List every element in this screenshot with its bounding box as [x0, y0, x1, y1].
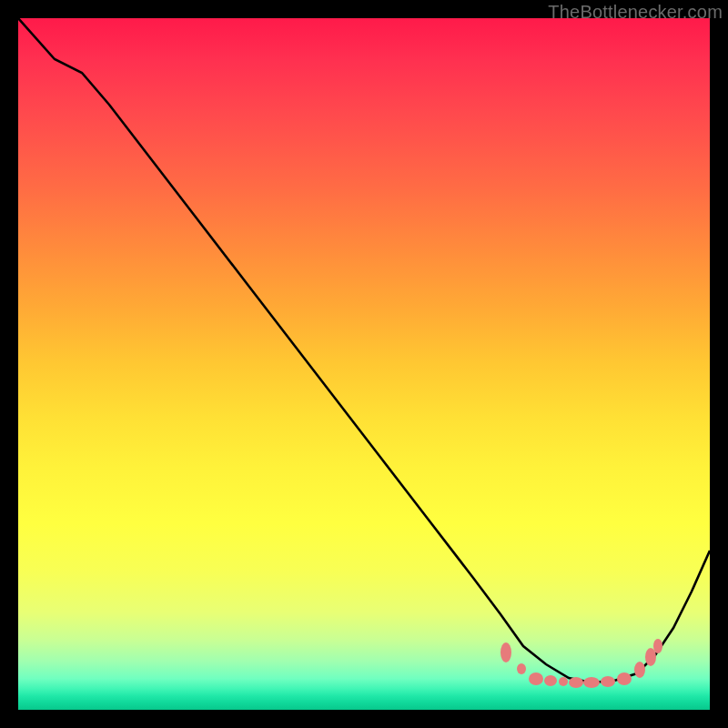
highlight-dot: [583, 677, 600, 688]
highlight-dot: [569, 677, 583, 688]
bottleneck-curve: [18, 18, 710, 682]
curve-layer: [18, 18, 710, 710]
highlight-dot: [617, 672, 632, 685]
highlight-dot: [529, 672, 543, 685]
highlight-dot: [544, 675, 557, 686]
highlight-dot: [517, 663, 526, 674]
highlight-dot: [653, 639, 662, 653]
highlight-dot: [634, 662, 645, 678]
highlight-dot: [500, 642, 511, 662]
plot-area: [18, 18, 710, 710]
highlight-dot: [601, 676, 615, 687]
highlight-dot: [559, 677, 568, 686]
chart-container: TheBottlenecker.com: [0, 0, 728, 728]
